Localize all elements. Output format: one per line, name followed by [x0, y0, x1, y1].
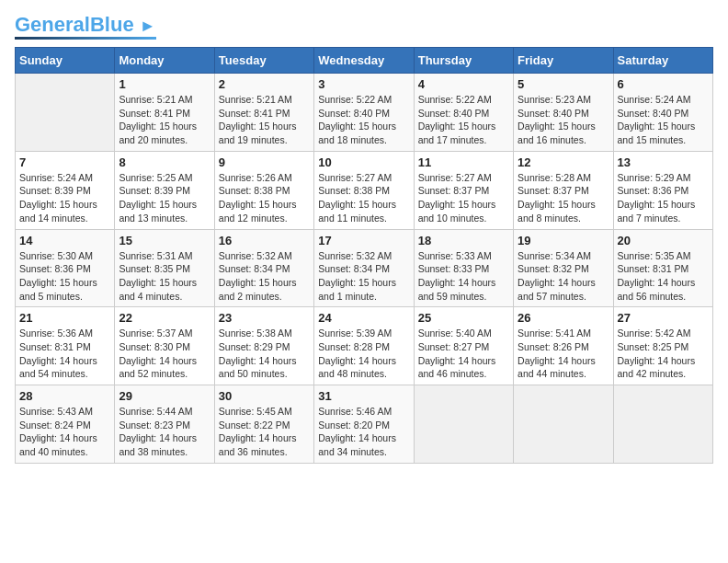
day-info: Sunrise: 5:40 AM Sunset: 8:27 PM Dayligh…	[418, 327, 509, 381]
logo-general: General	[15, 13, 90, 36]
calendar-cell: 8Sunrise: 5:25 AM Sunset: 8:39 PM Daylig…	[115, 151, 214, 229]
day-number: 6	[618, 77, 709, 91]
calendar-cell: 5Sunrise: 5:23 AM Sunset: 8:40 PM Daylig…	[514, 74, 613, 152]
day-info: Sunrise: 5:32 AM Sunset: 8:34 PM Dayligh…	[318, 249, 409, 304]
calendar-header-saturday: Saturday	[613, 48, 712, 74]
day-info: Sunrise: 5:45 AM Sunset: 8:22 PM Dayligh…	[219, 405, 310, 459]
day-info: Sunrise: 5:26 AM Sunset: 8:38 PM Dayligh…	[219, 171, 310, 225]
day-number: 16	[219, 234, 310, 247]
calendar-cell: 24Sunrise: 5:39 AM Sunset: 8:28 PM Dayli…	[314, 307, 414, 385]
day-number: 27	[618, 311, 709, 325]
day-number: 14	[19, 234, 110, 247]
calendar-week-row: 28Sunrise: 5:43 AM Sunset: 8:24 PM Dayli…	[16, 385, 713, 464]
calendar-header-thursday: Thursday	[414, 48, 513, 74]
calendar-cell: 11Sunrise: 5:27 AM Sunset: 8:37 PM Dayli…	[414, 151, 513, 229]
calendar-cell: 22Sunrise: 5:37 AM Sunset: 8:30 PM Dayli…	[115, 307, 214, 385]
day-number: 17	[318, 234, 409, 247]
day-number: 13	[618, 155, 709, 169]
calendar-cell: 17Sunrise: 5:32 AM Sunset: 8:34 PM Dayli…	[314, 229, 414, 307]
calendar-cell	[414, 385, 513, 464]
day-info: Sunrise: 5:29 AM Sunset: 8:36 PM Dayligh…	[618, 171, 709, 225]
day-number: 29	[119, 389, 210, 403]
calendar-cell: 2Sunrise: 5:21 AM Sunset: 8:41 PM Daylig…	[214, 74, 313, 152]
day-number: 28	[19, 389, 110, 403]
day-info: Sunrise: 5:33 AM Sunset: 8:33 PM Dayligh…	[418, 249, 509, 304]
day-number: 25	[418, 311, 509, 325]
day-info: Sunrise: 5:24 AM Sunset: 8:40 PM Dayligh…	[618, 93, 709, 147]
day-info: Sunrise: 5:34 AM Sunset: 8:32 PM Dayligh…	[518, 249, 609, 304]
day-info: Sunrise: 5:35 AM Sunset: 8:31 PM Dayligh…	[618, 249, 709, 304]
calendar-cell: 14Sunrise: 5:30 AM Sunset: 8:36 PM Dayli…	[16, 229, 115, 307]
day-info: Sunrise: 5:27 AM Sunset: 8:37 PM Dayligh…	[418, 171, 509, 225]
logo-blue: Blue	[90, 13, 134, 36]
day-info: Sunrise: 5:46 AM Sunset: 8:20 PM Dayligh…	[318, 405, 409, 459]
calendar-cell: 6Sunrise: 5:24 AM Sunset: 8:40 PM Daylig…	[613, 74, 712, 152]
day-info: Sunrise: 5:38 AM Sunset: 8:29 PM Dayligh…	[219, 327, 310, 381]
calendar-cell: 12Sunrise: 5:28 AM Sunset: 8:37 PM Dayli…	[514, 151, 613, 229]
calendar-cell: 20Sunrise: 5:35 AM Sunset: 8:31 PM Dayli…	[613, 229, 712, 307]
logo: GeneralBlue ►	[15, 15, 156, 40]
day-info: Sunrise: 5:28 AM Sunset: 8:37 PM Dayligh…	[518, 171, 609, 225]
calendar-cell: 29Sunrise: 5:44 AM Sunset: 8:23 PM Dayli…	[115, 385, 214, 464]
day-info: Sunrise: 5:31 AM Sunset: 8:35 PM Dayligh…	[119, 249, 210, 304]
day-number: 1	[119, 77, 210, 91]
day-info: Sunrise: 5:23 AM Sunset: 8:40 PM Dayligh…	[518, 93, 609, 147]
logo-arrow: ►	[140, 17, 156, 35]
day-number: 8	[119, 155, 210, 169]
day-number: 30	[219, 389, 310, 403]
calendar-header-tuesday: Tuesday	[214, 48, 313, 74]
calendar-cell: 1Sunrise: 5:21 AM Sunset: 8:41 PM Daylig…	[115, 74, 214, 152]
day-info: Sunrise: 5:25 AM Sunset: 8:39 PM Dayligh…	[119, 171, 210, 225]
day-number: 26	[518, 311, 609, 325]
calendar-cell: 19Sunrise: 5:34 AM Sunset: 8:32 PM Dayli…	[514, 229, 613, 307]
day-number: 9	[219, 155, 310, 169]
day-number: 18	[418, 234, 509, 247]
day-number: 5	[518, 77, 609, 91]
calendar-cell: 9Sunrise: 5:26 AM Sunset: 8:38 PM Daylig…	[214, 151, 313, 229]
logo-text: GeneralBlue ►	[15, 15, 156, 35]
calendar-cell: 16Sunrise: 5:32 AM Sunset: 8:34 PM Dayli…	[214, 229, 313, 307]
day-info: Sunrise: 5:24 AM Sunset: 8:39 PM Dayligh…	[19, 171, 110, 225]
calendar-cell: 13Sunrise: 5:29 AM Sunset: 8:36 PM Dayli…	[613, 151, 712, 229]
day-number: 22	[119, 311, 210, 325]
day-info: Sunrise: 5:43 AM Sunset: 8:24 PM Dayligh…	[19, 405, 110, 459]
day-info: Sunrise: 5:44 AM Sunset: 8:23 PM Dayligh…	[119, 405, 210, 459]
day-number: 23	[219, 311, 310, 325]
day-number: 12	[518, 155, 609, 169]
calendar-cell: 7Sunrise: 5:24 AM Sunset: 8:39 PM Daylig…	[16, 151, 115, 229]
day-number: 4	[418, 77, 509, 91]
day-number: 2	[219, 77, 310, 91]
day-info: Sunrise: 5:36 AM Sunset: 8:31 PM Dayligh…	[19, 327, 110, 381]
calendar-cell: 18Sunrise: 5:33 AM Sunset: 8:33 PM Dayli…	[414, 229, 513, 307]
calendar-cell	[514, 385, 613, 464]
day-info: Sunrise: 5:21 AM Sunset: 8:41 PM Dayligh…	[219, 93, 310, 147]
calendar-cell	[16, 74, 115, 152]
calendar-cell: 10Sunrise: 5:27 AM Sunset: 8:38 PM Dayli…	[314, 151, 414, 229]
calendar-cell: 23Sunrise: 5:38 AM Sunset: 8:29 PM Dayli…	[214, 307, 313, 385]
calendar-header-monday: Monday	[115, 48, 214, 74]
calendar-week-row: 1Sunrise: 5:21 AM Sunset: 8:41 PM Daylig…	[16, 74, 713, 152]
day-number: 15	[119, 234, 210, 247]
calendar-cell: 30Sunrise: 5:45 AM Sunset: 8:22 PM Dayli…	[214, 385, 313, 464]
day-info: Sunrise: 5:22 AM Sunset: 8:40 PM Dayligh…	[318, 93, 409, 147]
day-number: 21	[19, 311, 110, 325]
calendar-cell: 26Sunrise: 5:41 AM Sunset: 8:26 PM Dayli…	[514, 307, 613, 385]
day-number: 20	[618, 234, 709, 247]
day-number: 11	[418, 155, 509, 169]
day-number: 3	[318, 77, 409, 91]
day-info: Sunrise: 5:41 AM Sunset: 8:26 PM Dayligh…	[518, 327, 609, 381]
calendar-header-row: SundayMondayTuesdayWednesdayThursdayFrid…	[16, 48, 713, 74]
day-info: Sunrise: 5:39 AM Sunset: 8:28 PM Dayligh…	[318, 327, 409, 381]
calendar-cell: 25Sunrise: 5:40 AM Sunset: 8:27 PM Dayli…	[414, 307, 513, 385]
day-info: Sunrise: 5:37 AM Sunset: 8:30 PM Dayligh…	[119, 327, 210, 381]
day-number: 31	[318, 389, 409, 403]
calendar-cell: 21Sunrise: 5:36 AM Sunset: 8:31 PM Dayli…	[16, 307, 115, 385]
calendar-cell: 15Sunrise: 5:31 AM Sunset: 8:35 PM Dayli…	[115, 229, 214, 307]
day-number: 19	[518, 234, 609, 247]
calendar-week-row: 21Sunrise: 5:36 AM Sunset: 8:31 PM Dayli…	[16, 307, 713, 385]
page-header: GeneralBlue ►	[15, 15, 713, 40]
calendar-header-friday: Friday	[514, 48, 613, 74]
calendar-cell: 27Sunrise: 5:42 AM Sunset: 8:25 PM Dayli…	[613, 307, 712, 385]
calendar-header-sunday: Sunday	[16, 48, 115, 74]
day-info: Sunrise: 5:32 AM Sunset: 8:34 PM Dayligh…	[219, 249, 310, 304]
